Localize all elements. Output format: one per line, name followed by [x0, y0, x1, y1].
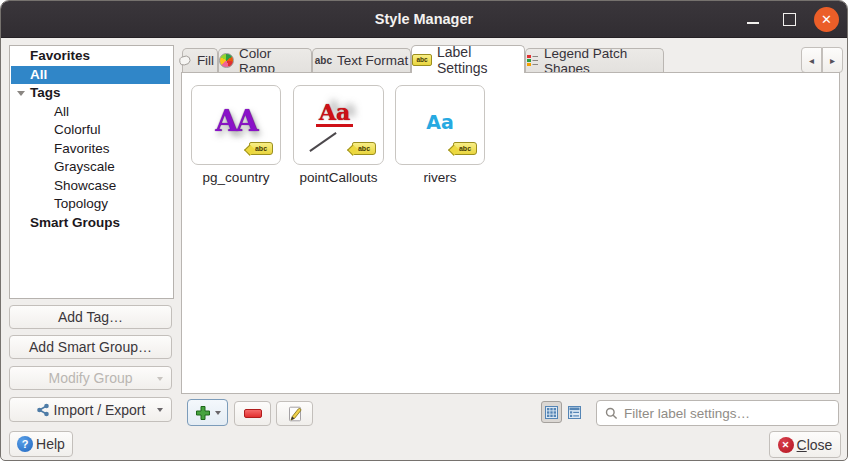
badge-text: abc [255, 145, 267, 152]
sidebar-item-tag-topology[interactable]: Topology [11, 195, 170, 213]
import-export-button[interactable]: Import / Export [9, 397, 172, 422]
sidebar-item-tag-all[interactable]: All [11, 103, 170, 121]
minus-icon [244, 409, 262, 418]
color-ramp-icon [219, 53, 234, 68]
sidebar-item-label: Favorites [54, 141, 110, 156]
window-title: Style Manager [1, 1, 847, 37]
sidebar-item-tag-colorful[interactable]: Colorful [11, 121, 170, 139]
sidebar-item-label: Tags [30, 85, 61, 100]
style-item-name: pointCallouts [288, 169, 389, 187]
style-preview: AA [192, 104, 280, 138]
list-view-button[interactable] [564, 401, 585, 423]
sidebar-item-label: Topology [54, 196, 108, 211]
filter-box [596, 400, 839, 426]
style-preview: Aa [316, 101, 353, 127]
style-manager-dialog: Style Manager ✕ Favorites All Tags All C… [0, 0, 848, 461]
dropdown-arrow-icon [157, 408, 163, 412]
sidebar-item-label: Showcase [54, 178, 116, 193]
add-tag-label: Add Tag… [58, 309, 123, 325]
grid-view-icon [545, 406, 558, 419]
minimize-button[interactable] [742, 8, 764, 30]
help-icon: ? [17, 436, 33, 452]
plus-icon [195, 405, 211, 421]
tab-label: Text Format [337, 53, 408, 68]
list-view-icon [568, 406, 581, 419]
close-button[interactable]: ✕ Close [769, 431, 841, 458]
text-format-icon: abc [315, 55, 332, 66]
label-settings-badge-icon: abc [352, 142, 376, 155]
import-export-label: Import / Export [54, 402, 146, 418]
remove-item-button[interactable] [234, 401, 271, 426]
add-item-button[interactable] [187, 399, 228, 426]
sidebar-item-label: Colorful [54, 122, 101, 137]
add-tag-button[interactable]: Add Tag… [9, 305, 172, 329]
dropdown-arrow-icon [215, 411, 221, 415]
style-preview: Aa [396, 111, 484, 133]
tab-legend-patch-shapes[interactable]: Legend Patch Shapes [525, 48, 664, 72]
search-icon [605, 407, 618, 420]
fill-icon [178, 54, 192, 67]
tab-label: Color Ramp [239, 46, 311, 76]
help-button[interactable]: ? Help [9, 431, 73, 457]
edit-pencil-icon [287, 406, 303, 422]
chevron-left-icon: ◂ [809, 55, 814, 66]
modify-group-button[interactable]: Modify Group [9, 366, 172, 390]
tab-scroll-left-button[interactable]: ◂ [801, 47, 822, 73]
close-icon: ✕ [778, 437, 794, 453]
badge-text: abc [358, 145, 370, 152]
sidebar-item-label: All [54, 104, 69, 119]
style-item-name: rivers [393, 169, 487, 187]
tab-fill[interactable]: Fill [182, 48, 218, 72]
tab-label-settings[interactable]: abc Label Settings [411, 45, 525, 73]
callout-leader-line [309, 132, 336, 152]
tab-label: Legend Patch Shapes [544, 46, 663, 76]
edit-item-button[interactable] [276, 401, 313, 426]
sidebar-item-label: Favorites [30, 48, 90, 63]
group-tree: Favorites All Tags All Colorful Favorite… [9, 45, 174, 299]
label-settings-badge-icon: abc [453, 142, 477, 155]
sidebar-item-label: Smart Groups [30, 215, 120, 230]
sidebar-item-tag-grayscale[interactable]: Grayscale [11, 158, 170, 176]
tab-scroll-right-button[interactable]: ▸ [822, 47, 843, 73]
minimize-icon [747, 22, 759, 24]
chevron-right-icon: ▸ [830, 55, 835, 66]
style-list-panel[interactable]: AA abc pg_country Aa abc pointCallouts A… [181, 72, 840, 394]
tab-label: Label Settings [437, 44, 524, 76]
modify-group-label: Modify Group [48, 370, 132, 386]
help-label: Help [36, 436, 65, 452]
share-icon [36, 403, 50, 417]
maximize-button[interactable] [778, 8, 800, 30]
dropdown-arrow-icon [157, 377, 163, 381]
add-smart-group-button[interactable]: Add Smart Group… [9, 335, 172, 359]
icon-view-button[interactable] [541, 401, 562, 423]
sidebar-item-label: Grayscale [54, 159, 115, 174]
tab-text-format[interactable]: abc Text Format [312, 48, 411, 72]
sidebar-item-all[interactable]: All [11, 66, 170, 84]
badge-text: abc [459, 145, 471, 152]
style-item-pg-country[interactable]: AA abc [191, 85, 281, 165]
add-smart-group-label: Add Smart Group… [29, 339, 152, 355]
tab-color-ramp[interactable]: Color Ramp [218, 48, 312, 72]
window-controls: ✕ [742, 1, 839, 37]
label-settings-badge-icon: abc [249, 142, 273, 155]
sidebar-item-smart-groups[interactable]: Smart Groups [11, 214, 170, 232]
close-label: Close [797, 437, 833, 453]
titlebar[interactable]: Style Manager ✕ [1, 1, 847, 38]
legend-patch-icon [526, 54, 539, 67]
maximize-icon [783, 13, 796, 26]
style-item-point-callouts[interactable]: Aa abc [293, 85, 384, 165]
style-item-name: pg_country [189, 169, 283, 187]
sidebar-item-tag-favorites[interactable]: Favorites [11, 140, 170, 158]
window-close-button[interactable]: ✕ [814, 7, 839, 32]
expand-arrow-icon[interactable] [17, 91, 25, 96]
label-settings-icon: abc [412, 54, 432, 66]
sidebar-item-favorites[interactable]: Favorites [11, 47, 170, 65]
sidebar-item-tags[interactable]: Tags [11, 84, 170, 102]
tab-label: Fill [197, 53, 214, 68]
style-item-rivers[interactable]: Aa abc [395, 85, 485, 165]
sidebar-item-label: All [30, 67, 47, 82]
filter-input[interactable] [624, 401, 838, 425]
sidebar-item-tag-showcase[interactable]: Showcase [11, 177, 170, 195]
